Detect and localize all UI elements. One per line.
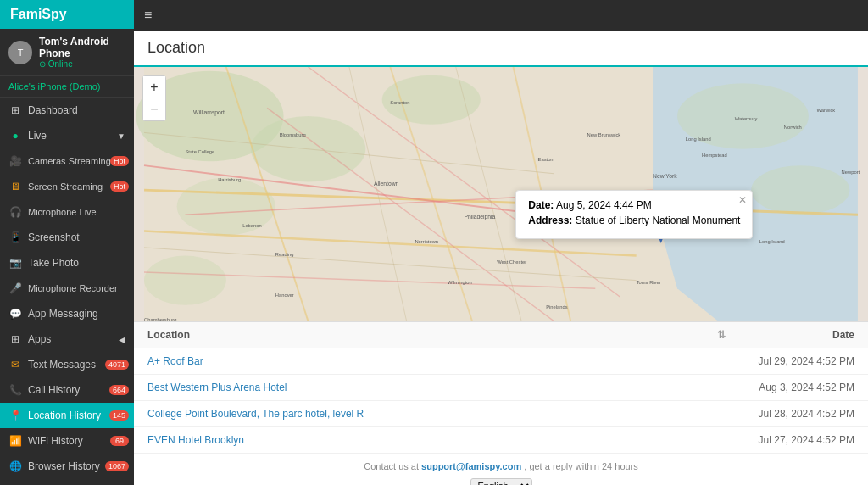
sidebar-item-microphone-recorder[interactable]: 🎤 Microphone Recorder xyxy=(0,276,134,301)
svg-text:Philadelphia: Philadelphia xyxy=(464,214,495,220)
hot-badge: Hot xyxy=(110,156,129,166)
svg-text:Wilmington: Wilmington xyxy=(448,280,472,285)
svg-point-6 xyxy=(144,256,226,305)
sidebar-item-live[interactable]: ● Live ▼ xyxy=(0,123,134,148)
sidebar-item-browser-history[interactable]: 🌐 Browser History 1067 xyxy=(0,454,134,479)
svg-text:Hempstead: Hempstead xyxy=(702,153,727,158)
sidebar-item-screenshot[interactable]: 📱 Screenshot xyxy=(0,225,134,250)
apps-icon: ⊞ xyxy=(8,332,22,346)
topbar: ≡ xyxy=(134,0,868,31)
svg-text:State College: State College xyxy=(185,149,214,154)
avatar: T xyxy=(8,41,32,64)
demo-device[interactable]: Alice's iPhone (Demo) xyxy=(0,76,134,98)
chevron-left-icon: ◀ xyxy=(119,335,125,344)
svg-text:Pinelands: Pinelands xyxy=(546,304,568,309)
sidebar-item-label: Microphone Live xyxy=(28,207,97,217)
dashboard-icon: ⊞ xyxy=(8,103,22,117)
svg-text:Newport: Newport xyxy=(842,170,860,175)
sidebar: FamiSpy T Tom's Android Phone ⊙ Online A… xyxy=(0,0,134,485)
location-link[interactable]: EVEN Hotel Brooklyn xyxy=(147,434,244,446)
svg-text:New Brunswick: New Brunswick xyxy=(587,132,621,137)
table-row[interactable]: College Point Boulevard, The parc hotel,… xyxy=(134,401,868,427)
browser-badge: 1067 xyxy=(105,461,129,471)
sidebar-item-label: Browser History xyxy=(28,460,100,472)
table-header: Location ⇅ Date xyxy=(134,322,868,348)
tooltip-address-label: Address: xyxy=(528,215,572,226)
tooltip-address-value: Statue of Liberty National Monument xyxy=(576,215,741,226)
svg-text:Chambersburg: Chambersburg xyxy=(144,317,176,321)
sidebar-item-label: Cameras Streaming xyxy=(28,156,111,166)
svg-point-8 xyxy=(751,165,849,215)
page-title: Location xyxy=(134,31,868,67)
sidebar-item-wifi-history[interactable]: 📶 WiFi History 69 xyxy=(0,428,134,454)
sort-icon[interactable]: ⇅ xyxy=(717,329,726,341)
location-badge: 145 xyxy=(109,410,129,421)
svg-text:Norwich: Norwich xyxy=(784,125,802,130)
footer-text: Contact us at xyxy=(364,461,419,471)
sidebar-item-take-photo[interactable]: 📷 Take Photo xyxy=(0,250,134,276)
sidebar-item-apps[interactable]: ⊞ Apps ◀ xyxy=(0,326,134,352)
map-svg: Williamsport Bloomsburg Scranton Allento… xyxy=(134,67,868,321)
sidebar-item-location-history[interactable]: 📍 Location History 145 xyxy=(0,403,134,428)
location-cell: College Point Boulevard, The parc hotel,… xyxy=(147,408,736,420)
wifi-icon: 📶 xyxy=(8,434,22,448)
phone-icon: 📞 xyxy=(8,383,22,397)
device-status: ⊙ Online xyxy=(39,59,125,69)
sidebar-item-label: WiFi History xyxy=(28,435,83,447)
tooltip-address-row: Address: Statue of Liberty National Monu… xyxy=(528,215,740,226)
photo-icon: 📷 xyxy=(8,256,22,270)
hot-badge-2: Hot xyxy=(110,181,129,192)
content-area: Location xyxy=(134,31,868,485)
sidebar-item-screen-streaming[interactable]: 🖥 Screen Streaming Hot xyxy=(0,174,134,199)
wifi-badge: 69 xyxy=(110,436,129,446)
location-icon: 📍 xyxy=(8,409,22,422)
sidebar-item-label: Location History xyxy=(28,410,101,421)
screen-icon: 🖥 xyxy=(8,180,22,193)
footer: Contact us at support@famispy.com , get … xyxy=(134,454,868,478)
date-cell: Aug 3, 2024 4:52 PM xyxy=(736,382,854,393)
sidebar-item-cameras-streaming[interactable]: 🎥 Cameras Streaming Hot xyxy=(0,148,134,174)
sidebar-item-label: App Messaging xyxy=(28,308,98,320)
device-section[interactable]: T Tom's Android Phone ⊙ Online xyxy=(0,29,134,76)
location-cell: Best Western Plus Arena Hotel xyxy=(147,382,736,393)
svg-text:Allentown: Allentown xyxy=(374,181,399,187)
tooltip-date-row: Date: Aug 5, 2024 4:44 PM xyxy=(528,199,740,211)
headphones-icon: 🎧 xyxy=(8,205,22,219)
date-cell: Jul 29, 2024 4:52 PM xyxy=(736,355,854,367)
footer-suffix: , get a reply within 24 hours xyxy=(524,461,638,471)
location-link[interactable]: College Point Boulevard, The parc hotel,… xyxy=(147,408,364,420)
svg-text:Reading: Reading xyxy=(275,252,294,257)
zoom-in-button[interactable]: + xyxy=(143,76,165,98)
table-row[interactable]: Best Western Plus Arena Hotel Aug 3, 202… xyxy=(134,375,868,401)
sidebar-item-label: Call History xyxy=(28,384,80,396)
sidebar-item-label: Live xyxy=(28,130,47,142)
sidebar-item-call-history[interactable]: 📞 Call History 664 xyxy=(0,377,134,403)
sidebar-item-label: Screen Streaming xyxy=(28,181,103,192)
sidebar-item-contacts[interactable]: 👤 Contacts 533 xyxy=(0,479,134,485)
sidebar-item-microphone-live[interactable]: 🎧 Microphone Live xyxy=(0,199,134,225)
device-info: Tom's Android Phone ⊙ Online xyxy=(39,36,125,69)
svg-text:Bloomsburg: Bloomsburg xyxy=(280,132,306,137)
sidebar-item-label: Screenshot xyxy=(28,231,80,243)
table-row[interactable]: EVEN Hotel Brooklyn Jul 27, 2024 4:52 PM xyxy=(134,427,868,454)
tooltip-date-value: Aug 5, 2024 4:44 PM xyxy=(556,199,652,211)
hamburger-menu[interactable]: ≡ xyxy=(144,8,152,23)
device-name: Tom's Android Phone xyxy=(39,36,125,59)
close-icon[interactable]: ✕ xyxy=(738,194,747,206)
svg-text:Norristown: Norristown xyxy=(415,239,438,244)
sidebar-item-dashboard[interactable]: ⊞ Dashboard xyxy=(0,98,134,123)
location-cell: A+ Roof Bar xyxy=(147,355,736,367)
sidebar-item-app-messaging[interactable]: 💬 App Messaging xyxy=(0,301,134,326)
main-content: ≡ Location xyxy=(134,0,868,485)
location-link[interactable]: Best Western Plus Arena Hotel xyxy=(147,382,287,393)
table-row[interactable]: A+ Roof Bar Jul 29, 2024 4:52 PM xyxy=(134,348,868,375)
location-link[interactable]: A+ Roof Bar xyxy=(147,355,203,367)
svg-text:Long Island: Long Island xyxy=(760,239,785,244)
map-container[interactable]: Williamsport Bloomsburg Scranton Allento… xyxy=(134,67,868,321)
sidebar-item-text-messages[interactable]: ✉ Text Messages 4071 xyxy=(0,352,134,377)
language-select[interactable]: English Español Français Deutsch xyxy=(470,478,532,485)
support-email[interactable]: support@famispy.com xyxy=(421,461,521,471)
call-history-badge: 664 xyxy=(109,385,129,395)
zoom-out-button[interactable]: − xyxy=(143,98,165,120)
sidebar-item-label: Take Photo xyxy=(28,257,79,269)
